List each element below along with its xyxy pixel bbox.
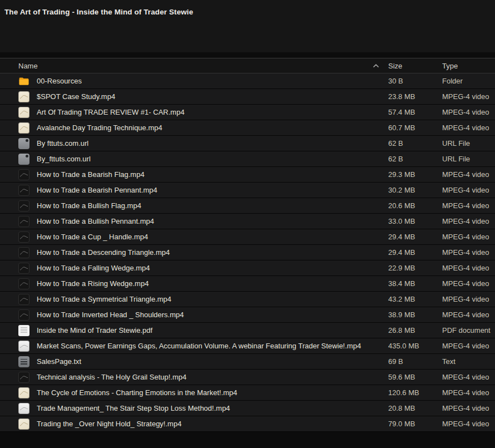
column-header-name[interactable]: Name xyxy=(0,62,388,70)
file-name: How to Trade a Bearish Flag.mp4 xyxy=(37,170,388,179)
file-name: SalesPage.txt xyxy=(37,357,388,366)
table-row[interactable]: How to Trade a Cup _ Handle.mp4 29.4 MB … xyxy=(0,229,495,245)
table-row[interactable]: Technical analysis - The Holy Grail Setu… xyxy=(0,370,495,385)
file-type: MPEG-4 video xyxy=(442,420,495,428)
column-header-size[interactable]: Size xyxy=(388,62,442,70)
table-row[interactable]: How to Trade a Rising Wedge.mp4 38.4 MB … xyxy=(0,276,495,292)
file-type: MPEG-4 video xyxy=(442,201,495,210)
table-row[interactable]: By_fttuts.com.url 62 B URL File xyxy=(0,151,495,167)
file-table: Name Size Type 00-Resources 30 B Folder … xyxy=(0,58,495,432)
file-type: MPEG-4 video xyxy=(442,248,495,257)
file-icon-cell xyxy=(0,403,37,414)
file-size: 59.6 MB xyxy=(388,373,442,381)
file-icon-cell xyxy=(0,372,37,383)
file-name: How to Trade a Bullish Pennant.mp4 xyxy=(37,217,388,225)
video-thumbnail-icon xyxy=(18,169,29,180)
file-size: 62 B xyxy=(388,139,442,147)
file-type: PDF document xyxy=(442,326,495,334)
file-size: 43.2 MB xyxy=(388,295,442,303)
file-type: MPEG-4 video xyxy=(442,92,495,101)
file-name: By fttuts.com.url xyxy=(37,139,388,147)
file-size: 38.4 MB xyxy=(388,279,442,288)
sort-ascending-icon xyxy=(373,63,379,68)
pdf-document-icon xyxy=(18,325,29,336)
folder-icon xyxy=(18,76,29,87)
table-row[interactable]: By fttuts.com.url 62 B URL File xyxy=(0,136,495,151)
table-row[interactable]: How to Trade a Falling Wedge.mp4 22.9 MB… xyxy=(0,260,495,276)
file-type: MPEG-4 video xyxy=(442,279,495,288)
file-type: MPEG-4 video xyxy=(442,342,495,350)
video-thumbnail-icon xyxy=(18,122,29,134)
file-name: Inside the Mind of Trader Stewie.pdf xyxy=(37,326,388,334)
table-row[interactable]: $SPOT Case Study.mp4 23.8 MB MPEG-4 vide… xyxy=(0,89,495,105)
video-thumbnail-icon xyxy=(18,200,29,211)
video-thumbnail-icon xyxy=(18,216,29,227)
header-gap xyxy=(0,52,495,58)
table-header: Name Size Type xyxy=(0,58,495,73)
table-row[interactable]: SalesPage.txt 69 B Text xyxy=(0,354,495,370)
table-row[interactable]: Trade Management_ The Stair Step Stop Lo… xyxy=(0,401,495,416)
table-row[interactable]: How to Trade a Descending Triangle.mp4 2… xyxy=(0,245,495,260)
page-title: The Art of Trading - Inside the Mind of … xyxy=(4,8,495,16)
file-name: The Cycle of Emotions - Charting Emotion… xyxy=(37,388,388,397)
file-name: How to Trade a Bullish Flag.mp4 xyxy=(37,201,388,210)
file-name: Trade Management_ The Stair Step Stop Lo… xyxy=(37,404,388,412)
file-type: MPEG-4 video xyxy=(442,311,495,319)
file-size: 57.4 MB xyxy=(388,108,442,116)
file-size: 29.3 MB xyxy=(388,170,442,179)
file-size: 20.6 MB xyxy=(388,201,442,210)
file-icon-cell xyxy=(0,200,37,211)
table-row[interactable]: The Cycle of Emotions - Charting Emotion… xyxy=(0,385,495,401)
file-name: How to Trade a Descending Triangle.mp4 xyxy=(37,248,388,257)
file-icon-cell xyxy=(0,341,37,352)
video-thumbnail-icon xyxy=(18,185,29,196)
table-row[interactable]: Art Of Trading TRADE REVIEW #1- CAR.mp4 … xyxy=(0,105,495,120)
file-icon-cell xyxy=(0,232,37,243)
file-type: URL File xyxy=(442,139,495,147)
text-file-icon xyxy=(18,356,29,367)
table-row[interactable]: Inside the Mind of Trader Stewie.pdf 26.… xyxy=(0,323,495,338)
file-type: MPEG-4 video xyxy=(442,295,495,303)
table-row[interactable]: Market Scans, Power Earnings Gaps, Accum… xyxy=(0,338,495,354)
file-name: How to Trade a Cup _ Handle.mp4 xyxy=(37,233,388,241)
file-name: How to Trade a Bearish Pennant.mp4 xyxy=(37,186,388,194)
column-header-type[interactable]: Type xyxy=(442,62,495,70)
file-name: How to Trade a Rising Wedge.mp4 xyxy=(37,279,388,288)
file-list-window: The Art of Trading - Inside the Mind of … xyxy=(0,0,495,432)
table-row[interactable]: How to Trade a Bullish Pennant.mp4 33.0 … xyxy=(0,214,495,229)
table-row[interactable]: 00-Resources 30 B Folder xyxy=(0,73,495,89)
file-icon-cell xyxy=(0,122,37,134)
url-file-icon xyxy=(18,154,29,165)
file-type: MPEG-4 video xyxy=(442,373,495,381)
file-icon-cell xyxy=(0,91,37,102)
table-row[interactable]: How to Trade a Bearish Flag.mp4 29.3 MB … xyxy=(0,167,495,183)
file-size: 20.8 MB xyxy=(388,404,442,412)
table-row[interactable]: How to Trade a Bullish Flag.mp4 20.6 MB … xyxy=(0,198,495,214)
file-icon-cell xyxy=(0,169,37,180)
file-type: MPEG-4 video xyxy=(442,388,495,397)
table-row[interactable]: Trading the _Over Night Hold_ Strategy!.… xyxy=(0,416,495,432)
file-icon-cell xyxy=(0,247,37,258)
file-icon-cell xyxy=(0,387,37,398)
file-icon-cell xyxy=(0,76,37,87)
file-type: URL File xyxy=(442,155,495,163)
table-row[interactable]: How to Trade a Bearish Pennant.mp4 30.2 … xyxy=(0,183,495,198)
file-type: MPEG-4 video xyxy=(442,186,495,194)
file-size: 62 B xyxy=(388,155,442,163)
table-row[interactable]: How to Trade Inverted Head _ Shoulders.m… xyxy=(0,307,495,323)
file-size: 22.9 MB xyxy=(388,264,442,272)
file-icon-cell xyxy=(0,419,37,430)
file-icon-cell xyxy=(0,278,37,289)
table-row[interactable]: How to Trade a Symmetrical Triangle.mp4 … xyxy=(0,292,495,307)
file-type: MPEG-4 video xyxy=(442,170,495,179)
video-thumbnail-icon xyxy=(18,263,29,274)
file-size: 29.4 MB xyxy=(388,233,442,241)
video-thumbnail-icon xyxy=(18,403,29,414)
file-icon-cell xyxy=(0,154,37,165)
table-row[interactable]: Avalanche Day Trading Technique.mp4 60.7… xyxy=(0,120,495,136)
file-size: 30.2 MB xyxy=(388,186,442,194)
file-icon-cell xyxy=(0,138,37,149)
file-size: 79.0 MB xyxy=(388,420,442,428)
file-type: Folder xyxy=(442,77,495,85)
file-name: Market Scans, Power Earnings Gaps, Accum… xyxy=(37,342,388,350)
